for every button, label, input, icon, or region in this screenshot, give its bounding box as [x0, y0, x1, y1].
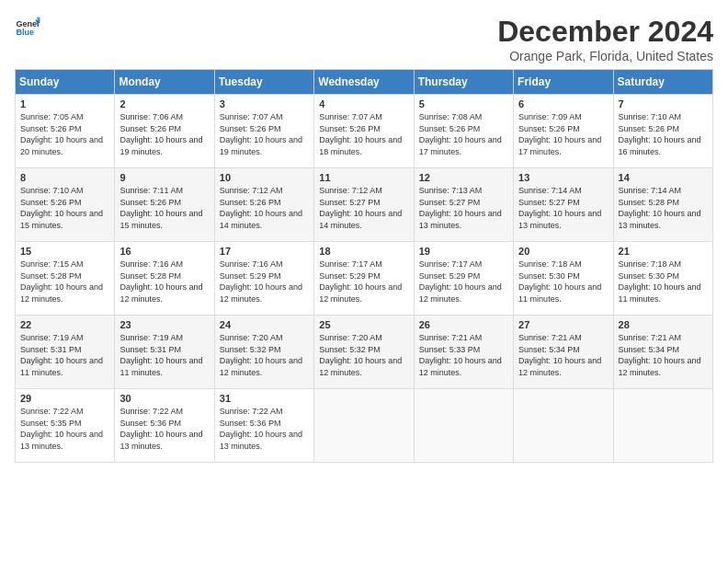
calendar-cell: 17Sunrise: 7:16 AMSunset: 5:29 PMDayligh… [214, 242, 313, 316]
day-number: 9 [119, 172, 209, 183]
calendar-cell [613, 389, 712, 463]
day-info: Sunrise: 7:22 AMSunset: 5:35 PMDaylight:… [20, 407, 103, 451]
day-number: 17 [220, 246, 309, 257]
weekday-header-friday: Friday [514, 70, 613, 95]
calendar-cell: 11Sunrise: 7:12 AMSunset: 5:27 PMDayligh… [314, 168, 414, 242]
calendar-cell: 30Sunrise: 7:22 AMSunset: 5:36 PMDayligh… [115, 389, 214, 463]
calendar-cell: 19Sunrise: 7:17 AMSunset: 5:29 PMDayligh… [414, 242, 513, 316]
day-number: 24 [220, 319, 309, 330]
day-number: 1 [20, 98, 109, 109]
calendar-cell: 8Sunrise: 7:10 AMSunset: 5:26 PMDaylight… [16, 168, 115, 242]
day-info: Sunrise: 7:20 AMSunset: 5:32 PMDaylight:… [319, 333, 402, 377]
day-info: Sunrise: 7:12 AMSunset: 5:27 PMDaylight:… [319, 186, 402, 230]
calendar-cell: 28Sunrise: 7:21 AMSunset: 5:34 PMDayligh… [613, 316, 712, 389]
calendar-week-row: 1Sunrise: 7:05 AMSunset: 5:26 PMDaylight… [16, 95, 713, 168]
day-info: Sunrise: 7:07 AMSunset: 5:26 PMDaylight:… [319, 112, 402, 156]
day-info: Sunrise: 7:14 AMSunset: 5:27 PMDaylight:… [518, 186, 601, 230]
day-info: Sunrise: 7:10 AMSunset: 5:26 PMDaylight:… [619, 112, 701, 156]
day-info: Sunrise: 7:12 AMSunset: 5:26 PMDaylight:… [220, 186, 302, 230]
weekday-header-saturday: Saturday [613, 70, 712, 95]
day-info: Sunrise: 7:22 AMSunset: 5:36 PMDaylight:… [220, 407, 302, 451]
day-info: Sunrise: 7:19 AMSunset: 5:31 PMDaylight:… [20, 333, 103, 377]
day-number: 19 [419, 246, 508, 257]
calendar-cell [414, 389, 513, 463]
calendar-cell: 20Sunrise: 7:18 AMSunset: 5:30 PMDayligh… [514, 242, 613, 316]
day-number: 20 [518, 246, 608, 257]
day-number: 11 [319, 172, 408, 183]
weekday-header-sunday: Sunday [16, 70, 115, 95]
calendar-cell: 6Sunrise: 7:09 AMSunset: 5:26 PMDaylight… [514, 95, 613, 168]
day-number: 23 [119, 319, 209, 330]
day-number: 7 [619, 98, 708, 109]
day-info: Sunrise: 7:07 AMSunset: 5:26 PMDaylight:… [220, 112, 302, 156]
calendar-cell: 29Sunrise: 7:22 AMSunset: 5:35 PMDayligh… [16, 389, 115, 463]
calendar-cell: 7Sunrise: 7:10 AMSunset: 5:26 PMDaylight… [613, 95, 712, 168]
day-number: 28 [619, 319, 708, 330]
day-number: 29 [20, 393, 109, 404]
day-number: 21 [619, 246, 708, 257]
day-number: 16 [119, 246, 209, 257]
calendar-cell: 26Sunrise: 7:21 AMSunset: 5:33 PMDayligh… [414, 316, 513, 389]
day-info: Sunrise: 7:15 AMSunset: 5:28 PMDaylight:… [20, 259, 103, 304]
calendar-cell: 22Sunrise: 7:19 AMSunset: 5:31 PMDayligh… [16, 316, 115, 389]
day-info: Sunrise: 7:17 AMSunset: 5:29 PMDaylight:… [419, 259, 502, 304]
weekday-header-wednesday: Wednesday [314, 70, 414, 95]
day-info: Sunrise: 7:18 AMSunset: 5:30 PMDaylight:… [619, 259, 701, 304]
day-info: Sunrise: 7:13 AMSunset: 5:27 PMDaylight:… [419, 186, 502, 230]
calendar-cell: 10Sunrise: 7:12 AMSunset: 5:26 PMDayligh… [214, 168, 313, 242]
logo-icon: General Blue [15, 15, 40, 40]
calendar-cell: 14Sunrise: 7:14 AMSunset: 5:28 PMDayligh… [613, 168, 712, 242]
day-number: 27 [518, 319, 608, 330]
calendar-cell: 31Sunrise: 7:22 AMSunset: 5:36 PMDayligh… [214, 389, 313, 463]
calendar-cell [314, 389, 414, 463]
day-info: Sunrise: 7:21 AMSunset: 5:33 PMDaylight:… [419, 333, 502, 377]
calendar-cell: 18Sunrise: 7:17 AMSunset: 5:29 PMDayligh… [314, 242, 414, 316]
day-number: 5 [419, 98, 508, 109]
weekday-header-tuesday: Tuesday [214, 70, 313, 95]
month-title: December 2024 [497, 15, 713, 49]
day-number: 13 [518, 172, 608, 183]
day-info: Sunrise: 7:16 AMSunset: 5:29 PMDaylight:… [220, 259, 302, 304]
calendar-cell: 5Sunrise: 7:08 AMSunset: 5:26 PMDaylight… [414, 95, 513, 168]
day-info: Sunrise: 7:05 AMSunset: 5:26 PMDaylight:… [20, 112, 103, 156]
day-info: Sunrise: 7:16 AMSunset: 5:28 PMDaylight:… [119, 259, 202, 304]
day-info: Sunrise: 7:06 AMSunset: 5:26 PMDaylight:… [119, 112, 202, 156]
calendar-cell: 27Sunrise: 7:21 AMSunset: 5:34 PMDayligh… [514, 316, 613, 389]
day-number: 4 [319, 98, 408, 109]
calendar-cell: 25Sunrise: 7:20 AMSunset: 5:32 PMDayligh… [314, 316, 414, 389]
calendar-week-row: 22Sunrise: 7:19 AMSunset: 5:31 PMDayligh… [16, 316, 713, 389]
day-number: 2 [119, 98, 209, 109]
day-number: 22 [20, 319, 109, 330]
day-number: 30 [119, 393, 209, 404]
day-number: 31 [220, 393, 309, 404]
day-info: Sunrise: 7:20 AMSunset: 5:32 PMDaylight:… [220, 333, 302, 377]
calendar-week-row: 29Sunrise: 7:22 AMSunset: 5:35 PMDayligh… [16, 389, 713, 463]
calendar-cell: 1Sunrise: 7:05 AMSunset: 5:26 PMDaylight… [16, 95, 115, 168]
day-info: Sunrise: 7:22 AMSunset: 5:36 PMDaylight:… [119, 407, 202, 451]
day-info: Sunrise: 7:09 AMSunset: 5:26 PMDaylight:… [518, 112, 601, 156]
calendar-week-row: 8Sunrise: 7:10 AMSunset: 5:26 PMDaylight… [16, 168, 713, 242]
day-number: 3 [220, 98, 309, 109]
calendar-cell: 9Sunrise: 7:11 AMSunset: 5:26 PMDaylight… [115, 168, 214, 242]
calendar-week-row: 15Sunrise: 7:15 AMSunset: 5:28 PMDayligh… [16, 242, 713, 316]
day-info: Sunrise: 7:17 AMSunset: 5:29 PMDaylight:… [319, 259, 402, 304]
day-number: 8 [20, 172, 109, 183]
day-info: Sunrise: 7:21 AMSunset: 5:34 PMDaylight:… [518, 333, 601, 377]
calendar-cell: 16Sunrise: 7:16 AMSunset: 5:28 PMDayligh… [115, 242, 214, 316]
day-info: Sunrise: 7:11 AMSunset: 5:26 PMDaylight:… [119, 186, 202, 230]
title-block: December 2024 Orange Park, Florida, Unit… [497, 15, 713, 63]
calendar-cell: 12Sunrise: 7:13 AMSunset: 5:27 PMDayligh… [414, 168, 513, 242]
day-info: Sunrise: 7:08 AMSunset: 5:26 PMDaylight:… [419, 112, 502, 156]
calendar-cell: 3Sunrise: 7:07 AMSunset: 5:26 PMDaylight… [214, 95, 313, 168]
day-number: 15 [20, 246, 109, 257]
calendar-cell: 13Sunrise: 7:14 AMSunset: 5:27 PMDayligh… [514, 168, 613, 242]
day-number: 14 [619, 172, 708, 183]
day-info: Sunrise: 7:14 AMSunset: 5:28 PMDaylight:… [619, 186, 701, 230]
calendar-cell: 4Sunrise: 7:07 AMSunset: 5:26 PMDaylight… [314, 95, 414, 168]
calendar-cell [514, 389, 613, 463]
calendar-cell: 21Sunrise: 7:18 AMSunset: 5:30 PMDayligh… [613, 242, 712, 316]
day-number: 12 [419, 172, 508, 183]
calendar-cell: 2Sunrise: 7:06 AMSunset: 5:26 PMDaylight… [115, 95, 214, 168]
location: Orange Park, Florida, United States [497, 49, 713, 63]
day-number: 25 [319, 319, 408, 330]
